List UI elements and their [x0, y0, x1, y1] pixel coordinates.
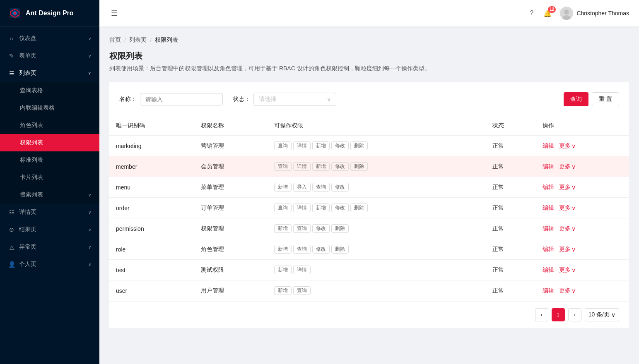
sidebar-item-list[interactable]: ☰ 列表页 ∧: [0, 65, 99, 82]
table-row: test测试权限新增详情正常编辑更多 ∨: [109, 260, 629, 280]
table-row: menu菜单管理新增导入查询修改正常编辑更多 ∨: [109, 177, 629, 198]
page-size-value: 10 条/页: [588, 311, 610, 318]
filter-status: 状态： 请选择 ∨: [233, 93, 336, 106]
permission-tag: 查询: [274, 162, 292, 171]
content-area: 首页 / 列表页 / 权限列表 权限列表 列表使用场景：后台管理中的权限管理以及…: [99, 26, 639, 364]
filter-status-label: 状态：: [233, 96, 250, 103]
cell-actions: 编辑更多 ∨: [536, 177, 629, 198]
more-chevron-icon: ∨: [571, 287, 576, 294]
query-button[interactable]: 查询: [564, 92, 588, 106]
sidebar-item-permission-list[interactable]: 权限列表: [0, 134, 99, 151]
cell-actions: 编辑更多 ∨: [536, 218, 629, 239]
chevron-result: ∨: [88, 228, 91, 232]
more-chevron-icon: ∨: [571, 205, 576, 211]
cell-permissions: 新增查询: [268, 280, 486, 301]
more-button[interactable]: 更多 ∨: [559, 266, 576, 274]
more-button[interactable]: 更多 ∨: [559, 184, 576, 191]
header-right: ? 🔔 12 Christopher Thomas: [528, 7, 629, 20]
permission-tag: 查询: [312, 183, 330, 192]
avatar-image: [560, 7, 573, 20]
page-1-button[interactable]: 1: [552, 308, 565, 321]
more-button[interactable]: 更多 ∨: [559, 163, 576, 170]
breadcrumb-home[interactable]: 首页: [109, 36, 121, 44]
cell-id: order: [109, 198, 194, 218]
more-button[interactable]: 更多 ∨: [559, 287, 576, 295]
more-button[interactable]: 更多 ∨: [559, 142, 576, 150]
edit-button[interactable]: 编辑: [543, 204, 554, 212]
chevron-personal: ∨: [88, 262, 91, 267]
sidebar-item-search-list[interactable]: 搜索列表 ∨: [0, 186, 99, 204]
permission-tag: 新增: [274, 245, 292, 254]
status-select[interactable]: 请选择 ∨: [253, 93, 336, 106]
more-button[interactable]: 更多 ∨: [559, 204, 576, 212]
sidebar-item-query-table[interactable]: 查询表格: [0, 82, 99, 99]
cell-actions: 编辑更多 ∨: [536, 239, 629, 260]
more-button[interactable]: 更多 ∨: [559, 225, 576, 232]
help-button[interactable]: ?: [528, 8, 535, 19]
sidebar-item-card-list[interactable]: 卡片列表: [0, 169, 99, 186]
avatar: [560, 7, 573, 20]
sidebar-item-inline-edit[interactable]: 内联编辑表格: [0, 99, 99, 117]
sidebar-item-form[interactable]: ✎ 表单页 ∨: [0, 47, 99, 65]
permission-tag: 详情: [293, 162, 311, 171]
sidebar-item-dashboard[interactable]: ○ 仪表盘 ∨: [0, 30, 99, 47]
form-icon: ✎: [8, 53, 15, 59]
table-row: order订单管理查询详情新增修改删除正常编辑更多 ∨: [109, 198, 629, 218]
sidebar-item-standard-list[interactable]: 标准列表: [0, 151, 99, 169]
permission-tag: 新增: [274, 286, 292, 295]
edit-button[interactable]: 编辑: [543, 142, 554, 150]
chevron-list: ∧: [88, 71, 91, 76]
next-page-button[interactable]: ›: [568, 308, 581, 321]
chevron-detail: ∨: [88, 210, 91, 215]
edit-button[interactable]: 编辑: [543, 163, 554, 170]
svg-point-5: [564, 10, 569, 14]
edit-button[interactable]: 编辑: [543, 225, 554, 232]
edit-button[interactable]: 编辑: [543, 287, 554, 295]
name-input[interactable]: [140, 93, 223, 105]
sidebar-item-error[interactable]: △ 异常页 ∨: [0, 238, 99, 256]
more-button[interactable]: 更多 ∨: [559, 246, 576, 253]
permission-tag: 新增: [312, 162, 330, 171]
cell-status: 正常: [486, 239, 536, 260]
breadcrumb-list-page[interactable]: 列表页: [129, 36, 147, 44]
table-body: marketing营销管理查询详情新增修改删除正常编辑更多 ∨member会员管…: [109, 136, 629, 301]
sidebar-item-role-list[interactable]: 角色列表: [0, 117, 99, 134]
cell-actions: 编辑更多 ∨: [536, 280, 629, 301]
breadcrumb-current: 权限列表: [155, 36, 178, 44]
prev-page-button[interactable]: ‹: [535, 308, 548, 321]
table-container: 唯一识别码 权限名称 可操作权限 状态 操作 marketing营销管理查询详情…: [109, 116, 629, 301]
logo: Ant Design Pro: [0, 0, 99, 26]
breadcrumb-sep-1: /: [124, 37, 126, 43]
sidebar-label-result: 结果页: [19, 226, 36, 233]
edit-button[interactable]: 编辑: [543, 184, 554, 191]
sidebar-label-inline-edit: 内联编辑表格: [20, 104, 55, 112]
permission-tag: 删除: [350, 204, 368, 212]
breadcrumb: 首页 / 列表页 / 权限列表: [109, 36, 629, 44]
page-size-select[interactable]: 10 条/页 ∨: [585, 308, 619, 321]
more-chevron-icon: ∨: [571, 246, 576, 253]
edit-button[interactable]: 编辑: [543, 266, 554, 274]
reset-button[interactable]: 重 置: [592, 92, 619, 106]
permission-tag: 查询: [274, 141, 292, 150]
notification-button[interactable]: 🔔 12: [542, 8, 553, 19]
dashboard-icon: ○: [8, 35, 15, 42]
sidebar-label-permission-list: 权限列表: [20, 139, 43, 146]
cell-id: test: [109, 260, 194, 280]
notification-badge: 12: [548, 6, 556, 13]
logo-icon: [8, 7, 22, 20]
sidebar-item-personal[interactable]: 👤 个人页 ∨: [0, 256, 99, 273]
sidebar-label-dashboard: 仪表盘: [19, 35, 36, 42]
user-info[interactable]: Christopher Thomas: [560, 7, 629, 20]
cell-id: permission: [109, 218, 194, 239]
table-row: role角色管理新增查询修改删除正常编辑更多 ∨: [109, 239, 629, 260]
sidebar-item-result[interactable]: ⊙ 结果页 ∨: [0, 221, 99, 238]
edit-button[interactable]: 编辑: [543, 246, 554, 253]
cell-status: 正常: [486, 218, 536, 239]
sidebar-label-form: 表单页: [19, 52, 36, 60]
filter-name: 名称：: [119, 93, 223, 105]
hamburger-button[interactable]: ☰: [109, 7, 119, 19]
sidebar-item-detail[interactable]: ☷ 详情页 ∨: [0, 204, 99, 221]
col-name: 权限名称: [194, 116, 268, 136]
permission-tag: 查询: [293, 286, 311, 295]
svg-rect-3: [14, 12, 16, 14]
